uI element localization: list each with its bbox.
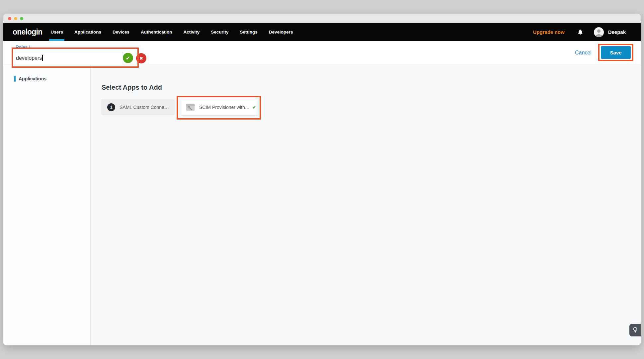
rank-badge: 1 bbox=[107, 103, 115, 111]
user-name[interactable]: Deepak bbox=[608, 29, 626, 35]
main-panel: Select Apps to Add 1 SAML Custom Conne… … bbox=[91, 65, 641, 345]
nav-item-developers[interactable]: Developers bbox=[263, 23, 299, 41]
nav-item-settings[interactable]: Settings bbox=[234, 23, 263, 41]
top-navbar: onelogin Users Applications Devices Auth… bbox=[3, 23, 641, 41]
x-icon: ✖ bbox=[139, 56, 143, 61]
zoom-button[interactable] bbox=[20, 17, 23, 20]
discard-name-button[interactable]: ✖ bbox=[136, 53, 146, 63]
breadcrumb[interactable]: Roles / bbox=[16, 45, 30, 50]
avatar[interactable] bbox=[594, 27, 604, 37]
app-card-scim[interactable]: SCIM Provisioner with… ✔ bbox=[181, 99, 258, 115]
sidebar-item-label: Applications bbox=[19, 76, 46, 81]
app-card-saml[interactable]: 1 SAML Custom Conne… bbox=[101, 99, 175, 115]
nav-item-authentication[interactable]: Authentication bbox=[135, 23, 178, 41]
role-name-value: developers bbox=[16, 55, 42, 61]
app-card-label: SAML Custom Conne… bbox=[120, 105, 169, 110]
active-indicator bbox=[14, 76, 16, 82]
nav-item-users[interactable]: Users bbox=[45, 23, 69, 41]
window-titlebar bbox=[3, 14, 641, 23]
nav-item-devices[interactable]: Devices bbox=[107, 23, 135, 41]
primary-nav: Users Applications Devices Authenticatio… bbox=[45, 23, 298, 41]
nav-item-security[interactable]: Security bbox=[205, 23, 234, 41]
app-window: onelogin Users Applications Devices Auth… bbox=[3, 14, 641, 345]
minimize-button[interactable] bbox=[14, 17, 17, 20]
section-heading: Select Apps to Add bbox=[102, 84, 162, 91]
text-caret bbox=[42, 55, 43, 61]
check-icon: ✔ bbox=[126, 55, 130, 61]
confirm-name-button[interactable]: ✔ bbox=[123, 53, 133, 63]
content-area: Applications Select Apps to Add 1 SAML C… bbox=[3, 65, 641, 345]
close-button[interactable] bbox=[8, 17, 11, 20]
sidebar: Applications bbox=[3, 65, 91, 345]
cancel-button[interactable]: Cancel bbox=[575, 50, 592, 56]
help-lightbulb-button[interactable] bbox=[629, 324, 641, 336]
role-name-input[interactable]: developers bbox=[12, 52, 123, 64]
sidebar-item-applications[interactable]: Applications bbox=[3, 75, 90, 83]
upgrade-now-link[interactable]: Upgrade now bbox=[533, 29, 565, 35]
nav-item-activity[interactable]: Activity bbox=[178, 23, 205, 41]
app-card-label: SCIM Provisioner with… bbox=[199, 105, 250, 110]
role-edit-toolbar: Roles / developers ✔ ✖ Cancel Save bbox=[3, 41, 641, 65]
save-button[interactable]: Save bbox=[601, 46, 631, 59]
selected-check-icon: ✔ bbox=[252, 104, 257, 110]
nav-item-applications[interactable]: Applications bbox=[69, 23, 107, 41]
notifications-bell-icon[interactable] bbox=[577, 29, 583, 35]
scim-connector-icon bbox=[186, 104, 195, 111]
onelogin-logo: onelogin bbox=[13, 28, 42, 37]
navbar-right: Upgrade now Deepak bbox=[533, 23, 626, 41]
